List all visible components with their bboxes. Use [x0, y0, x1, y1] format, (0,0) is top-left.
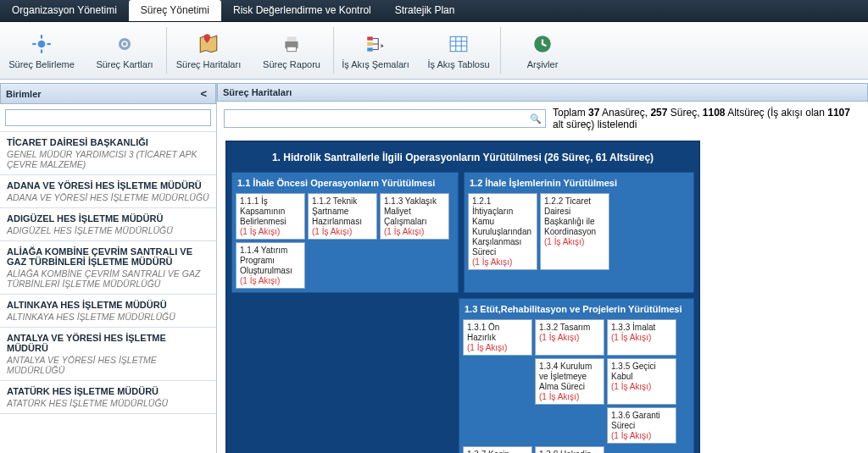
process-card[interactable]: 1.1.2 Teknik Şartname Hazırlanması(1 İş …	[308, 193, 377, 240]
process-card-title: 1.3.8 Hakediş Süreci	[539, 450, 600, 453]
sidebar-item-sub: ADIGÜZEL HES İŞLETME MÜDÜRLÜĞÜ	[7, 225, 209, 235]
sidebar-title: Birimler	[6, 89, 42, 99]
process-card-flow: (1 İş Akışı)	[472, 257, 533, 268]
sidebar: Birimler < TİCARET DAİRESİ BAŞKANLIĞIGEN…	[0, 83, 217, 453]
top-tabs: Organizasyon Yönetimi Süreç Yönetimi Ris…	[0, 0, 868, 22]
process-card[interactable]: 1.1.1 İş Kapsamının Belirlenmesi(1 İş Ak…	[236, 193, 305, 240]
sidebar-item-title: TİCARET DAİRESİ BAŞKANLIĞI	[7, 137, 209, 147]
sidebar-item-title: ANTALYA VE YÖRESİ HES İŞLETME MÜDÜRÜ	[7, 333, 209, 353]
sidebar-item[interactable]: TİCARET DAİRESİ BAŞKANLIĞIGENEL MÜDÜR YA…	[0, 132, 216, 175]
sidebar-search	[0, 104, 216, 132]
surec-raporu-icon	[280, 32, 303, 56]
is-akis-tablosu-icon	[447, 32, 470, 56]
process-card-title: 1.3.4 Kurulum ve İşletmeye Alma Süreci	[539, 362, 600, 392]
process-card[interactable]: 1.3.8 Hakediş Süreci(1 İş Akışı)	[535, 446, 604, 453]
process-card[interactable]: 1.3.4 Kurulum ve İşletmeye Alma Süreci(1…	[535, 358, 604, 405]
sidebar-item-sub: ADANA VE YÖRESİ HES İŞLETME MÜDÜRLÜĞÜ	[7, 192, 209, 202]
process-card-flow: (1 İş Akışı)	[611, 382, 672, 392]
process-card-title: 1.3.2 Tasarım	[539, 323, 600, 333]
process-card[interactable]: 1.3.6 Garanti Süreci(1 İş Akışı)	[607, 407, 676, 444]
tab-risk[interactable]: Risk Değerlendirme ve Kontrol	[221, 0, 383, 21]
sidebar-item[interactable]: ALTINKAYA HES İŞLETME MÜDÜRÜALTINKAYA HE…	[0, 295, 216, 328]
svg-point-6	[123, 41, 126, 45]
sidebar-list: TİCARET DAİRESİ BAŞKANLIĞIGENEL MÜDÜR YA…	[0, 132, 216, 453]
is-akis-semalari-icon	[364, 32, 387, 56]
process-group: 1.2 İhale İşlemlerinin Yürütülmesi1.2.1 …	[464, 172, 694, 293]
process-card[interactable]: 1.3.3 İmalat(1 İş Akışı)	[607, 319, 676, 356]
process-card-title: 1.3.3 İmalat	[611, 323, 672, 333]
process-group-title: 1.2 İhale İşlemlerinin Yürütülmesi	[468, 176, 690, 193]
svg-rect-8	[287, 36, 297, 41]
sidebar-collapse-icon[interactable]: <	[197, 87, 210, 100]
content-search-input[interactable]	[225, 112, 526, 125]
sidebar-item-sub: ANTALYA VE YÖRESİ HES İŞLETME MÜDÜRLÜĞÜ	[7, 355, 209, 375]
svg-rect-12	[367, 47, 373, 51]
process-card-title: 1.2.2 Ticaret Dairesi Başkanlığı ile Koo…	[544, 196, 605, 237]
surec-raporu-label: Süreç Raporu	[263, 59, 320, 69]
process-card[interactable]: 1.1.4 Yatırım Programı Oluşturulması(1 İ…	[236, 242, 305, 289]
summary-text: Toplam 37 Anasüreç, 257 Süreç, 1108 Alts…	[553, 107, 861, 130]
sidebar-item[interactable]: ADANA VE YÖRESİ HES İŞLETME MÜDÜRÜADANA …	[0, 175, 216, 208]
process-card-title: 1.1.3 Yaklaşık Maliyet Çalışmaları	[384, 196, 445, 227]
sidebar-item[interactable]: ALİAĞA KOMBİNE ÇEVRİM SANTRALI VE GAZ TÜ…	[0, 241, 216, 295]
process-card-flow: (1 İş Akışı)	[539, 392, 600, 402]
process-card-flow: (1 İş Akışı)	[611, 431, 672, 441]
sidebar-item-title: ALİAĞA KOMBİNE ÇEVRİM SANTRALI VE GAZ TÜ…	[7, 246, 209, 267]
process-card-flow: (1 İş Akışı)	[544, 237, 605, 247]
sidebar-item[interactable]: ADIGÜZEL HES İŞLETME MÜDÜRÜADIGÜZEL HES …	[0, 208, 216, 241]
is-akis-tablosu-button[interactable]: İş Akış Tablosu	[417, 22, 500, 79]
surec-kartlari-button[interactable]: Süreç Kartları	[83, 22, 166, 79]
process-card[interactable]: 1.3.7 Kesin Kabul(1 İş Akışı)	[463, 446, 532, 453]
surec-belirleme-label: Süreç Belirleme	[8, 59, 75, 69]
svg-rect-13	[450, 36, 467, 51]
process-group: 1.3 Etüt,Rehabilitasyon ve Projelerin Yü…	[459, 298, 694, 453]
process-card-title: 1.3.1 Ön Hazırlık	[467, 323, 528, 343]
surec-kartlari-label: Süreç Kartları	[96, 59, 153, 69]
process-card[interactable]: 1.3.1 Ön Hazırlık(1 İş Akışı)	[463, 319, 532, 356]
surec-haritalari-button[interactable]: Süreç Haritaları	[167, 22, 250, 79]
content: Süreç Haritaları 🔍 Toplam 37 Anasüreç, 2…	[217, 83, 868, 453]
surec-belirleme-icon	[30, 32, 53, 56]
is-akis-semalari-button[interactable]: İş Akış Şemaları	[334, 22, 417, 79]
content-title: Süreç Haritaları	[223, 87, 292, 97]
tab-stratejik[interactable]: Stratejik Plan	[383, 0, 467, 21]
process-card[interactable]: 1.1.3 Yaklaşık Maliyet Çalışmaları(1 İş …	[380, 193, 449, 240]
sidebar-item-title: ATATÜRK HES İŞLETME MÜDÜRÜ	[7, 386, 209, 396]
sidebar-item[interactable]: ATATÜRK HES İŞLETME MÜDÜRÜATATÜRK HES İŞ…	[0, 381, 216, 414]
process-card[interactable]: 1.3.2 Tasarım(1 İş Akışı)	[535, 319, 604, 356]
process-card-flow: (1 İş Akışı)	[312, 227, 373, 237]
svg-rect-9	[287, 47, 297, 51]
process-card-title: 1.2.1 İhtiyaçların Kamu Kuruluşlarından …	[472, 196, 533, 257]
process-card[interactable]: 1.3.5 Geçici Kabul(1 İş Akışı)	[607, 358, 676, 405]
process-card-flow: (1 İş Akışı)	[240, 227, 301, 237]
sidebar-item-sub: GENEL MÜDÜR YARDIMCISI 3 (TİCARET APK ÇE…	[7, 149, 209, 169]
process-card[interactable]: 1.2.2 Ticaret Dairesi Başkanlığı ile Koo…	[540, 193, 609, 270]
svg-rect-10	[367, 36, 373, 40]
sidebar-header: Birimler <	[0, 83, 216, 104]
svg-rect-11	[367, 41, 373, 45]
sidebar-item-sub: ALTINKAYA HES İŞLETME MÜDÜRLÜĞÜ	[7, 312, 209, 322]
process-card-flow: (1 İş Akışı)	[611, 333, 672, 343]
surec-raporu-button[interactable]: Süreç Raporu	[250, 22, 333, 79]
arsivler-button[interactable]: Arşivler	[501, 22, 584, 79]
process-card-title: 1.1.2 Teknik Şartname Hazırlanması	[312, 196, 373, 227]
surec-kartlari-icon	[113, 32, 136, 56]
process-card-title: 1.3.7 Kesin Kabul	[467, 450, 528, 453]
sidebar-item-title: ALTINKAYA HES İŞLETME MÜDÜRÜ	[7, 300, 209, 310]
content-search: 🔍	[224, 109, 546, 128]
arsivler-icon	[531, 32, 554, 56]
search-icon[interactable]: 🔍	[526, 113, 545, 124]
sidebar-item[interactable]: ANTALYA VE YÖRESİ HES İŞLETME MÜDÜRÜANTA…	[0, 328, 216, 381]
process-group: 1.1 İhale Öncesi Operasyonların Yürütülm…	[231, 172, 459, 293]
process-card-flow: (1 İş Akışı)	[467, 343, 528, 353]
tab-organizasyon[interactable]: Organizasyon Yönetimi	[0, 0, 129, 21]
process-card[interactable]: 1.2.1 İhtiyaçların Kamu Kuruluşlarından …	[468, 193, 537, 270]
process-card-title: 1.3.5 Geçici Kabul	[611, 362, 672, 382]
sidebar-search-input[interactable]	[5, 109, 211, 126]
tab-surec[interactable]: Süreç Yönetimi	[129, 0, 221, 21]
process-card-flow: (1 İş Akışı)	[539, 333, 600, 343]
sidebar-item-sub: ALİAĞA KOMBİNE ÇEVRİM SANTRALI VE GAZ TÜ…	[7, 268, 209, 289]
surec-belirleme-button[interactable]: Süreç Belirleme	[0, 22, 83, 79]
ribbon: Süreç BelirlemeSüreç KartlarıSüreç Harit…	[0, 22, 868, 80]
is-akis-tablosu-label: İş Akış Tablosu	[427, 59, 489, 69]
